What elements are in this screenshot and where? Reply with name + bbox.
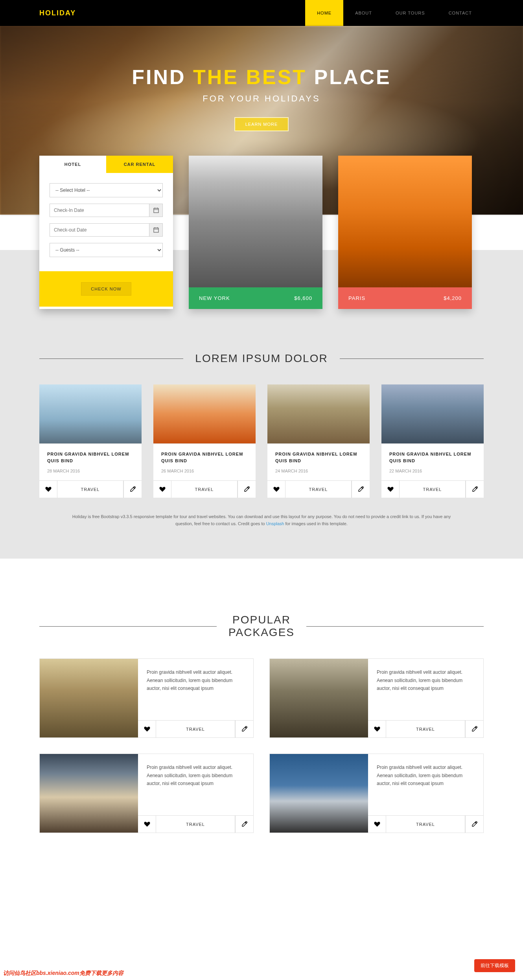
edit-icon[interactable]: [123, 481, 142, 498]
article-card[interactable]: PROIN GRAVIDA NIBHVEL LOREM QUIS BIND 24…: [267, 384, 370, 498]
checkout-date-input[interactable]: [50, 223, 163, 237]
edit-icon[interactable]: [465, 721, 483, 737]
edit-icon[interactable]: [235, 721, 253, 737]
checkin-date-input[interactable]: [50, 204, 163, 217]
nav-about[interactable]: ABOUT: [343, 0, 384, 26]
package-tag[interactable]: TRAVEL: [156, 721, 235, 737]
nav-home[interactable]: HOME: [305, 0, 343, 26]
learn-more-button[interactable]: LEARN MORE: [234, 117, 289, 131]
package-text: Proin gravida nibhvell velit auctor aliq…: [368, 659, 483, 720]
package-tag[interactable]: TRAVEL: [386, 816, 465, 833]
article-date: 24 MARCH 2016: [275, 469, 362, 473]
hero-subtitle: FOR YOUR HOLIDAYS: [203, 94, 320, 104]
edit-icon[interactable]: [235, 816, 253, 833]
tab-hotel[interactable]: HOTEL: [39, 156, 106, 173]
destination-price: $4,200: [444, 295, 462, 301]
article-tag[interactable]: TRAVEL: [400, 481, 466, 498]
heart-icon[interactable]: [368, 816, 386, 833]
article-date: 28 MARCH 2016: [47, 469, 134, 473]
calendar-icon[interactable]: [149, 224, 162, 236]
article-card[interactable]: PROIN GRAVIDA NIBHVEL LOREM QUIS BIND 22…: [381, 384, 484, 498]
article-image: [153, 384, 256, 443]
package-text: Proin gravida nibhvell velit auctor aliq…: [138, 754, 253, 815]
edit-icon[interactable]: [466, 481, 484, 498]
article-image: [381, 384, 484, 443]
svg-rect-4: [154, 228, 158, 232]
edit-icon[interactable]: [238, 481, 256, 498]
package-card[interactable]: Proin gravida nibhvell velit auctor aliq…: [269, 754, 484, 833]
heart-icon[interactable]: [381, 481, 400, 498]
destination-name: NEW YORK: [199, 295, 230, 301]
destination-name: PARIS: [348, 295, 365, 301]
heart-icon[interactable]: [267, 481, 285, 498]
article-title: PROIN GRAVIDA NIBHVEL LOREM QUIS BIND: [47, 451, 134, 464]
hero-title: FIND THE BEST PLACE: [132, 65, 391, 89]
package-card[interactable]: Proin gravida nibhvell velit auctor aliq…: [269, 658, 484, 738]
heart-icon[interactable]: [368, 721, 386, 737]
svg-rect-0: [154, 208, 158, 213]
article-tag[interactable]: TRAVEL: [285, 481, 352, 498]
cards-row: HOTEL CAR RENTAL -- Select Hotel -- -- G…: [0, 156, 523, 309]
destination-card-paris[interactable]: PARIS $4,200: [338, 156, 472, 309]
article-title: PROIN GRAVIDA NIBHVEL LOREM QUIS BIND: [275, 451, 362, 464]
nav-contact[interactable]: CONTACT: [437, 0, 484, 26]
heart-icon[interactable]: [39, 481, 57, 498]
select-guests[interactable]: -- Guests --: [50, 243, 163, 257]
package-image: [40, 659, 138, 737]
article-tag[interactable]: TRAVEL: [57, 481, 123, 498]
select-hotel[interactable]: -- Select Hotel --: [50, 183, 163, 197]
nav-tours[interactable]: OUR TOURS: [384, 0, 437, 26]
article-card[interactable]: PROIN GRAVIDA NIBHVEL LOREM QUIS BIND 26…: [153, 384, 256, 498]
package-tag[interactable]: TRAVEL: [156, 816, 235, 833]
article-card[interactable]: PROIN GRAVIDA NIBHVEL LOREM QUIS BIND 28…: [39, 384, 142, 498]
top-nav: HOLIDAY HOME ABOUT OUR TOURS CONTACT: [0, 0, 523, 26]
heart-icon[interactable]: [138, 721, 156, 737]
destination-image: [189, 156, 322, 287]
destination-price: $6,600: [294, 295, 312, 301]
section-title: POPULAR PACKAGES: [228, 614, 295, 639]
destination-card-newyork[interactable]: NEW YORK $6,600: [189, 156, 322, 309]
package-card[interactable]: Proin gravida nibhvell velit auctor aliq…: [39, 658, 254, 738]
booking-card: HOTEL CAR RENTAL -- Select Hotel -- -- G…: [39, 156, 173, 309]
package-image: [270, 659, 368, 737]
package-image: [40, 754, 138, 833]
package-tag[interactable]: TRAVEL: [386, 721, 465, 737]
heart-icon[interactable]: [153, 481, 171, 498]
edit-icon[interactable]: [465, 816, 483, 833]
article-title: PROIN GRAVIDA NIBHVEL LOREM QUIS BIND: [161, 451, 248, 464]
article-date: 26 MARCH 2016: [161, 469, 248, 473]
article-date: 22 MARCH 2016: [389, 469, 476, 473]
article-tag[interactable]: TRAVEL: [171, 481, 238, 498]
logo[interactable]: HOLIDAY: [39, 9, 76, 17]
article-image: [39, 384, 142, 443]
packages-section: POPULAR PACKAGES Proin gravida nibhvell …: [0, 559, 523, 880]
edit-icon[interactable]: [352, 481, 370, 498]
destination-image: [338, 156, 472, 287]
check-now-button[interactable]: CHECK NOW: [81, 282, 131, 296]
section-title: LOREM IPSUM DOLOR: [195, 352, 328, 365]
package-image: [270, 754, 368, 833]
article-image: [267, 384, 370, 443]
package-text: Proin gravida nibhvell velit auctor aliq…: [138, 659, 253, 720]
package-text: Proin gravida nibhvell velit auctor aliq…: [368, 754, 483, 815]
tab-car-rental[interactable]: CAR RENTAL: [106, 156, 173, 173]
heart-icon[interactable]: [138, 816, 156, 833]
calendar-icon[interactable]: [149, 204, 162, 217]
article-title: PROIN GRAVIDA NIBHVEL LOREM QUIS BIND: [389, 451, 476, 464]
unsplash-link[interactable]: Unsplash: [266, 521, 284, 526]
credits-text: Holiday is free Bootstrap v3.3.5 respons…: [39, 513, 484, 527]
package-card[interactable]: Proin gravida nibhvell velit auctor aliq…: [39, 754, 254, 833]
